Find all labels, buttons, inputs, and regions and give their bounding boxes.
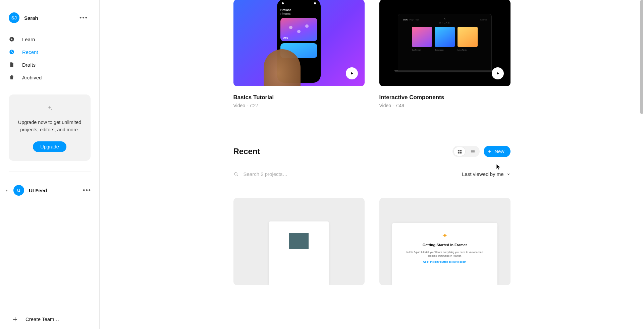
hand-graphic: [264, 49, 301, 86]
mouse-cursor-icon: [496, 164, 501, 171]
project-inner-desc: In this 6-part tutorial, you'll learn ev…: [402, 250, 487, 258]
nav-label: Drafts: [22, 62, 36, 68]
video-thumbnail[interactable]: ✕ATLAS WorkPlayTalk Search Eva RaynerBra…: [379, 0, 511, 86]
team-row[interactable]: U UI Feed •••: [5, 183, 94, 198]
team-menu-button[interactable]: •••: [80, 186, 94, 195]
laptop-mock: ✕ATLAS WorkPlayTalk Search Eva RaynerBra…: [398, 14, 492, 71]
nav: Learn Recent Drafts Archived: [5, 33, 94, 84]
plus-icon: [12, 316, 18, 322]
nav-learn[interactable]: Learn: [5, 33, 94, 46]
plus-icon: [488, 149, 492, 153]
project-thumb: [269, 221, 329, 285]
project-thumb: ✦ Getting Started in Framer In this 6-pa…: [392, 223, 497, 285]
search-input[interactable]: [244, 171, 378, 177]
divider: [9, 172, 91, 172]
search-icon: [233, 172, 239, 177]
create-team-label: Create Team…: [25, 316, 59, 322]
project-card[interactable]: ✦ Getting Started in Framer In this 6-pa…: [379, 198, 511, 285]
list-icon: [470, 149, 475, 154]
sparkle-icon: ✦: [402, 232, 487, 240]
video-card[interactable]: ✕ATLAS WorkPlayTalk Search Eva RaynerBra…: [379, 0, 511, 108]
list-view-button[interactable]: [467, 147, 478, 156]
upgrade-box: Upgrade now to get unlimited projects, e…: [9, 94, 91, 161]
svg-rect-2: [458, 149, 460, 151]
video-title: Interactive Components: [379, 94, 511, 101]
svg-rect-5: [460, 152, 462, 153]
user-name: Sarah: [24, 15, 72, 21]
clock-icon: [9, 49, 15, 55]
user-avatar: SJ: [9, 12, 19, 23]
sort-label: Last viewed by me: [462, 171, 503, 177]
main: BrowsePhotos July Basics Tutorial Video …: [100, 0, 644, 329]
section-title: Recent: [233, 147, 260, 156]
video-card[interactable]: BrowsePhotos July Basics Tutorial Video …: [233, 0, 365, 108]
sidebar: SJ Sarah ••• Learn Recent Draft: [0, 0, 100, 329]
project-inner-title: Getting Started in Framer: [402, 243, 487, 247]
user-row[interactable]: SJ Sarah •••: [5, 10, 94, 25]
video-thumbnail[interactable]: BrowsePhotos July: [233, 0, 365, 86]
user-menu-button[interactable]: •••: [77, 13, 91, 23]
grid-icon: [457, 149, 462, 154]
view-toggle: [452, 146, 480, 157]
video-meta: Video · 7:27: [233, 103, 365, 108]
video-title: Basics Tutorial: [233, 94, 365, 101]
nav-label: Archived: [22, 75, 42, 80]
upgrade-text: Upgrade now to get unlimited projects, e…: [15, 119, 84, 133]
sparkle-icon: [47, 105, 53, 111]
svg-rect-3: [460, 149, 462, 151]
caret-right-icon[interactable]: [5, 187, 9, 193]
svg-point-6: [234, 173, 237, 175]
sort-dropdown[interactable]: Last viewed by me: [462, 171, 510, 177]
project-row: ✦ Getting Started in Framer In this 6-pa…: [233, 198, 511, 285]
search-row: Last viewed by me: [233, 171, 511, 183]
section-header: Recent New: [233, 146, 511, 157]
upgrade-button[interactable]: Upgrade: [33, 141, 66, 152]
chevron-down-icon: [506, 172, 511, 176]
play-badge-icon: [346, 67, 358, 79]
trash-icon: [9, 74, 15, 80]
play-circle-icon: [9, 36, 15, 42]
new-label: New: [494, 149, 504, 154]
scrollbar[interactable]: [640, 0, 643, 114]
nav-label: Learn: [22, 37, 35, 42]
video-cards-row: BrowsePhotos July Basics Tutorial Video …: [233, 0, 511, 108]
project-card[interactable]: [233, 198, 365, 285]
team-name: UI Feed: [29, 188, 77, 193]
nav-drafts[interactable]: Drafts: [5, 58, 94, 71]
svg-rect-4: [458, 152, 460, 153]
team-avatar: U: [13, 185, 24, 196]
file-icon: [9, 62, 15, 68]
project-inner-link: Click the play button below to begin: [402, 260, 487, 263]
grid-view-button[interactable]: [454, 147, 465, 156]
new-button[interactable]: New: [484, 146, 510, 157]
nav-label: Recent: [22, 49, 38, 55]
nav-recent[interactable]: Recent: [5, 46, 94, 58]
play-badge-icon: [492, 67, 504, 79]
create-team-button[interactable]: Create Team…: [9, 309, 91, 329]
nav-archived[interactable]: Archived: [5, 71, 94, 84]
video-meta: Video · 7:49: [379, 103, 511, 108]
